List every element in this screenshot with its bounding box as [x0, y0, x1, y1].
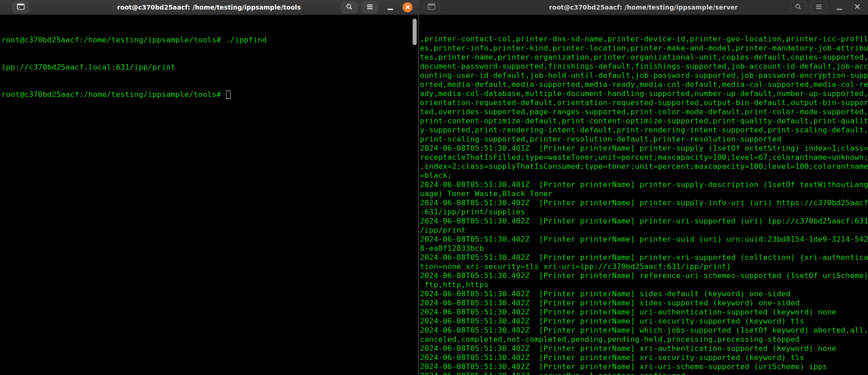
terminal-output-server[interactable]: ,printer-contact-col,printer-dns-sd-name… [419, 15, 868, 375]
terminal-window-server: root@c370bd25aacf: /home/testing/ippsamp… [419, 0, 868, 375]
close-button[interactable] [403, 2, 413, 12]
terminal-line: /ipp/print [420, 225, 868, 234]
terminal-icon [17, 3, 25, 11]
terminal-line: tion=none xri-security=tls xri-uri=ipp:/… [420, 262, 868, 271]
terminal-line: document-password-supported,finishings-d… [420, 61, 868, 71]
dash-icon [837, 9, 842, 10]
terminal-line: 2024-06-08T05:51:30.402Z [Printer printe… [420, 307, 868, 316]
terminal-line: ftp,http,https [420, 280, 868, 289]
terminal-line: 2024-06-08T05:51:30.402Z [Printer printe… [420, 198, 868, 207]
terminal-icon [428, 3, 435, 11]
terminal-window-tools: root@c370bd25aacf: /home/testing/ippsamp… [0, 0, 418, 375]
terminal-line: 2024-06-08T05:51:30.401Z [Printer printe… [420, 143, 868, 152]
terminal-line: 2024-06-08T05:51:30.401Z [Printer printe… [420, 180, 868, 189]
terminal-line: print-scaling-supported,printer-resoluti… [420, 134, 868, 143]
titlebar-tools[interactable]: root@c370bd25aacf: /home/testing/ippsamp… [0, 0, 418, 15]
x-icon [405, 4, 410, 11]
terminal-line: canceled,completed,not-completed,pending… [420, 334, 868, 344]
hamburger-icon [816, 4, 822, 11]
terminal-line: receptacleThatIsFilled;type=wasteToner;u… [420, 152, 868, 162]
terminal-app-icon-button[interactable] [12, 1, 29, 13]
terminal-line: print-content-optimize-default,print-con… [420, 116, 868, 125]
terminal-log-lines: ,printer-contact-col,printer-dns-sd-name… [420, 34, 868, 375]
menu-button[interactable] [811, 1, 827, 13]
terminal-line: 2024-06-08T05:51:30.402Z [Printer printe… [420, 344, 868, 353]
search-button[interactable] [790, 1, 807, 13]
terminal-line: ted,overrides-supported,page-ranges-supp… [420, 107, 868, 116]
titlebar-server[interactable]: root@c370bd25aacf: /home/testing/ippsamp… [419, 0, 868, 15]
terminal-line: ady,media-col-database,multiple-document… [420, 89, 868, 98]
close-button[interactable] [852, 2, 863, 13]
terminal-line: root@c370bd25aacf:/home/testing/ippsampl… [1, 35, 418, 44]
terminal-cursor [226, 91, 230, 99]
scrollbar-thumb[interactable] [413, 19, 417, 45]
terminal-line: 2024-06-08T05:51:30.402Z [Printer printe… [420, 271, 868, 280]
terminal-prompt-line: root@c370bd25aacf:/home/testing/ippsampl… [1, 90, 418, 99]
hamburger-icon [367, 4, 373, 11]
terminal-line: 8-ea8f12833bcb [420, 243, 868, 253]
menu-button[interactable] [362, 1, 378, 13]
terminal-line: 2024-06-08T05:51:30.402Z [Printer printe… [420, 253, 868, 262]
terminal-line: 2024-06-08T05:51:30.402Z [Printer printe… [420, 289, 868, 298]
terminal-line: ,index=2;class=supplyThatIsConsumed;type… [420, 162, 868, 171]
terminal-line: 2024-06-08T05:51:30.402Z [Printer printe… [420, 353, 868, 362]
x-icon [854, 4, 860, 11]
terminal-line: 2024-06-08T05:51:30.402Z [Printer printe… [420, 234, 868, 243]
terminal-line: 2024-06-08T05:51:30.402Z [Printer printe… [420, 316, 868, 325]
terminal-output-tools[interactable]: root@c370bd25aacf:/home/testing/ippsampl… [0, 15, 418, 375]
minimize-button[interactable] [831, 1, 848, 13]
terminal-line: :631/ipp/print/supplies [420, 207, 868, 216]
terminal-line: y-supported,print-rendering-intent-defau… [420, 125, 868, 134]
terminal-line: 2024-06-08T05:51:30.402Z [Printer printe… [420, 216, 868, 225]
window-controls [341, 1, 413, 13]
terminal-line: tes,printer-name,printer-organization,pr… [420, 52, 868, 61]
terminal-line: =black; [420, 171, 868, 180]
terminal-line: ounting-user-id-default,job-hold-until-d… [420, 71, 868, 80]
terminal-line: orted,media-default,media-supported,medi… [420, 80, 868, 89]
terminal-line: es,printer-info,printer-kind,printer-loc… [420, 43, 868, 52]
search-icon [346, 3, 353, 12]
terminal-line: 2024-06-08T05:51:30.402Z [Printer printe… [420, 362, 868, 371]
terminal-line: 2024-06-08T05:51:30.402Z [Printer printe… [420, 325, 868, 334]
terminal-line: 2024-06-08T05:51:30.403Z serverRun: 1 pr… [420, 371, 868, 375]
terminal-line: orientation-requested-default,orientatio… [420, 98, 868, 107]
window-controls [790, 1, 863, 13]
terminal-app-icon-button[interactable] [423, 1, 439, 13]
terminal-line: ,printer-contact-col,printer-dns-sd-name… [420, 34, 868, 43]
dash-icon [388, 9, 393, 10]
search-icon [795, 3, 802, 12]
terminal-line: ipp://c370bd25aacf.local:631/ipp/print [1, 62, 418, 71]
terminal-line: 2024-06-08T05:51:30.402Z [Printer printe… [420, 298, 868, 307]
minimize-button[interactable] [382, 1, 398, 13]
terminal-line: uage) Toner Waste,Black Toner [420, 189, 868, 198]
search-button[interactable] [341, 1, 357, 13]
